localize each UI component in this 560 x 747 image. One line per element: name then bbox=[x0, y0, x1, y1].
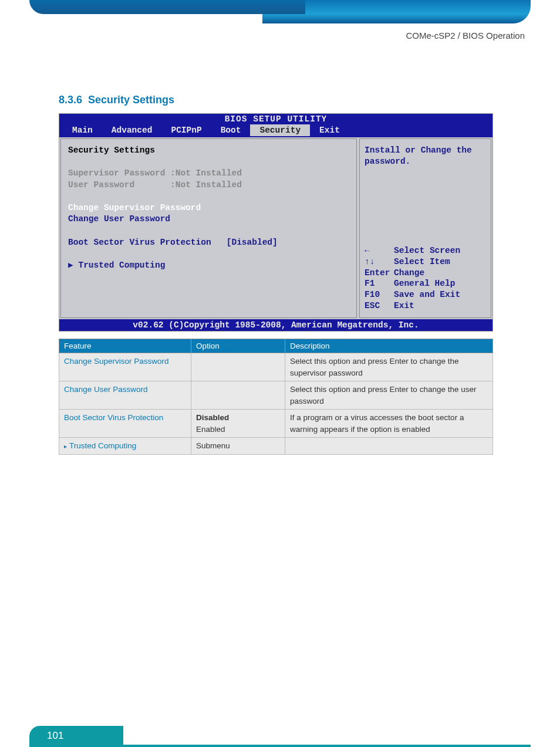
cell-description bbox=[285, 438, 493, 455]
option-plain: Enabled bbox=[196, 425, 225, 434]
key-exit: Exit bbox=[394, 301, 414, 310]
arrow-left-icon: ← bbox=[365, 245, 394, 256]
tab-advanced[interactable]: Advanced bbox=[102, 124, 162, 136]
bios-panel-title: Security Settings bbox=[68, 145, 349, 157]
page-number-badge: 101 bbox=[29, 726, 123, 747]
bios-utility-title: BIOS SETUP UTILITY bbox=[59, 114, 492, 124]
cell-option bbox=[191, 381, 285, 410]
bottom-accent-line bbox=[117, 745, 531, 747]
th-option: Option bbox=[191, 339, 285, 353]
key-save-exit: Save and Exit bbox=[394, 290, 460, 299]
bios-body: Security Settings Supervisor Password :N… bbox=[59, 137, 492, 319]
key-general-help: General Help bbox=[394, 279, 455, 288]
arrow-updown-icon: ↑↓ bbox=[365, 256, 394, 268]
key-select-item: Select Item bbox=[394, 257, 450, 266]
boot-sector-label: Boot Sector Virus Protection bbox=[68, 238, 211, 247]
th-feature: Feature bbox=[59, 339, 191, 353]
bios-tabs: Main Advanced PCIPnP Boot Security Exit bbox=[59, 124, 492, 137]
cell-feature: Change Supervisor Password bbox=[59, 353, 191, 381]
key-select-screen: Select Screen bbox=[394, 246, 460, 255]
bios-help-text: Install or Change the password. bbox=[365, 145, 486, 167]
cell-option: Disabled Enabled bbox=[191, 410, 285, 438]
cell-option: Submenu bbox=[191, 438, 285, 455]
feature-text: Trusted Computing bbox=[69, 441, 136, 450]
change-user-password[interactable]: Change User Password bbox=[68, 214, 349, 225]
supervisor-password-row: Supervisor Password :Not Installed bbox=[68, 168, 349, 180]
table-row: Change User Password Select this option … bbox=[59, 381, 493, 410]
cell-description: Select this option and press Enter to ch… bbox=[285, 353, 493, 381]
cell-feature: ▸Trusted Computing bbox=[59, 438, 191, 455]
tab-exit[interactable]: Exit bbox=[310, 124, 349, 136]
cell-option bbox=[191, 353, 285, 381]
key-f10-label: F10 bbox=[365, 289, 394, 300]
user-label: User Password bbox=[68, 180, 134, 190]
change-supervisor-password[interactable]: Change Supervisor Password bbox=[68, 202, 349, 214]
banner-right bbox=[280, 0, 531, 23]
bios-left-panel: Security Settings Supervisor Password :N… bbox=[60, 138, 357, 318]
trusted-label: Trusted Computing bbox=[78, 261, 165, 270]
supervisor-label: Supervisor Password bbox=[68, 168, 165, 178]
table-row: Change Supervisor Password Select this o… bbox=[59, 353, 493, 381]
triangle-right-icon: ▶ bbox=[68, 261, 73, 270]
tab-main[interactable]: Main bbox=[63, 124, 102, 136]
tab-boot[interactable]: Boot bbox=[211, 124, 251, 136]
user-password-row: User Password :Not Installed bbox=[68, 180, 349, 191]
key-enter-label: Enter bbox=[365, 268, 394, 279]
section-title: Security Settings bbox=[88, 94, 174, 106]
table-row: Boot Sector Virus Protection Disabled En… bbox=[59, 410, 493, 438]
cell-description: Select this option and press Enter to ch… bbox=[285, 381, 493, 410]
table-row: ▸Trusted Computing Submenu bbox=[59, 438, 493, 455]
key-esc-label: ESC bbox=[365, 300, 394, 312]
section-heading: 8.3.6 Security Settings bbox=[59, 94, 501, 106]
banner-left bbox=[29, 0, 305, 14]
key-f1-label: F1 bbox=[365, 278, 394, 289]
top-banner bbox=[29, 0, 531, 26]
boot-sector-row[interactable]: Boot Sector Virus Protection [Disabled] bbox=[68, 237, 349, 249]
cell-feature: Change User Password bbox=[59, 381, 191, 410]
bios-right-panel: Install or Change the password. ←Select … bbox=[359, 138, 491, 318]
th-description: Description bbox=[285, 339, 493, 353]
bios-footer: v02.62 (C)Copyright 1985-2008, American … bbox=[59, 319, 492, 331]
boot-sector-value: [Disabled] bbox=[227, 238, 278, 247]
key-change: Change bbox=[394, 268, 424, 278]
tab-pcipnp[interactable]: PCIPnP bbox=[161, 124, 211, 136]
bios-screenshot: BIOS SETUP UTILITY Main Advanced PCIPnP … bbox=[59, 113, 493, 332]
bios-key-legend: ←Select Screen ↑↓Select Item EnterChange… bbox=[365, 245, 486, 312]
option-bold: Disabled bbox=[196, 413, 229, 422]
user-value: :Not Installed bbox=[170, 180, 242, 190]
tab-security[interactable]: Security bbox=[250, 124, 310, 136]
triangle-right-icon: ▸ bbox=[64, 443, 67, 449]
trusted-computing-item[interactable]: ▶ Trusted Computing bbox=[68, 260, 349, 272]
description-table: Feature Option Description Change Superv… bbox=[59, 339, 493, 455]
cell-description: If a program or a virus accesses the boo… bbox=[285, 410, 493, 438]
cell-feature: Boot Sector Virus Protection bbox=[59, 410, 191, 438]
breadcrumb: COMe-cSP2 / BIOS Operation bbox=[406, 31, 525, 40]
section-number: 8.3.6 bbox=[59, 94, 82, 106]
supervisor-value: :Not Installed bbox=[170, 168, 242, 178]
main-content: 8.3.6 Security Settings BIOS SETUP UTILI… bbox=[59, 94, 501, 455]
